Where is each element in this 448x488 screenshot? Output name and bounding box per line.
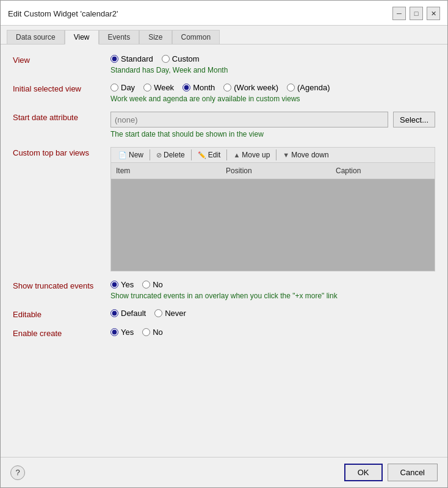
view-day-radio[interactable] [110,84,118,92]
initial-view-info: Work week and agenda are only available … [110,95,435,103]
editable-never-label: Never [165,309,186,318]
move-down-button[interactable]: ▼ Move down [278,149,333,160]
initial-view-row: Initial selected view Day Week Month [13,83,435,103]
edit-label: Edit [208,151,221,159]
editable-control: Default Never [110,309,435,318]
tab-events[interactable]: Events [99,30,140,45]
editable-radio-group: Default Never [110,309,435,318]
footer-right: OK Cancel [344,464,438,481]
view-control: Standard Custom Standard has Day, Week a… [110,54,435,74]
delete-button[interactable]: ⊘ Delete [151,149,190,160]
create-yes-label: Yes [121,328,134,337]
tab-view[interactable]: View [65,30,99,45]
view-standard-label: Standard [121,54,153,63]
cancel-button[interactable]: Cancel [388,464,438,481]
title-controls: ─ □ ✕ [392,7,440,20]
move-up-button[interactable]: ▲ Move up [228,149,275,160]
truncated-no-label: No [153,280,163,289]
truncated-control: Yes No Show truncated events in an overl… [110,280,435,300]
truncated-no-option[interactable]: No [142,280,163,289]
custom-top-bar-toolbar: 📄 New ⊘ Delete ✏️ Edit ▲ [110,147,435,162]
view-agenda-option[interactable]: (Agenda) [287,83,330,92]
editable-never-radio[interactable] [154,309,162,317]
content-area: View Standard Custom Standard has Day, W… [1,45,447,457]
enable-create-row: Enable create Yes No [13,328,435,338]
create-no-radio[interactable] [142,328,150,336]
move-down-label: Move down [291,151,328,159]
toolbar-sep-1 [150,149,150,160]
view-label: View [13,54,110,65]
delete-label: Delete [164,151,185,159]
view-standard-option[interactable]: Standard [110,54,153,63]
editable-never-option[interactable]: Never [154,309,186,318]
grid-body [111,179,435,271]
move-up-label: Move up [242,151,270,159]
minimize-button[interactable]: ─ [392,7,406,20]
view-standard-radio[interactable] [110,55,118,63]
tab-bar: Data source View Events Size Common [1,26,447,45]
close-button[interactable]: ✕ [427,7,440,20]
create-no-option[interactable]: No [142,328,163,337]
view-month-option[interactable]: Month [182,83,215,92]
view-custom-option[interactable]: Custom [162,54,200,63]
view-week-label: Week [154,83,174,92]
view-month-radio[interactable] [182,84,190,92]
tab-data-source[interactable]: Data source [7,30,65,45]
enable-create-label: Enable create [13,328,110,338]
enable-create-control: Yes No [110,328,435,337]
maximize-button[interactable]: □ [410,7,423,20]
view-week-radio[interactable] [143,84,151,92]
view-row: View Standard Custom Standard has Day, W… [13,54,435,74]
view-workweek-radio[interactable] [223,84,231,92]
truncated-label: Show truncated events [13,280,110,290]
initial-view-radio-group: Day Week Month (Work week) [110,83,435,92]
tab-common[interactable]: Common [172,30,220,45]
truncated-yes-option[interactable]: Yes [110,280,134,289]
truncated-no-radio[interactable] [142,281,150,289]
new-icon: 📄 [118,151,127,159]
dialog: Edit Custom Widget 'calendar2' ─ □ ✕ Dat… [0,0,448,488]
start-date-input[interactable] [110,112,388,127]
initial-view-control: Day Week Month (Work week) [110,83,435,103]
move-up-icon: ▲ [233,151,240,159]
editable-row: Editable Default Never [13,309,435,319]
editable-default-option[interactable]: Default [110,309,146,318]
view-day-label: Day [121,83,135,92]
view-month-label: Month [193,83,215,92]
truncated-row: Show truncated events Yes No Show trunca… [13,280,435,300]
view-agenda-label: (Agenda) [297,83,330,92]
edit-button[interactable]: ✏️ Edit [193,149,226,160]
editable-default-radio[interactable] [110,309,118,317]
start-date-control: Select... The start date that should be … [110,112,435,138]
enable-create-radio-group: Yes No [110,328,435,337]
tab-size[interactable]: Size [139,30,172,45]
create-no-label: No [153,328,163,337]
view-custom-radio[interactable] [162,55,170,63]
editable-default-label: Default [121,309,146,318]
col-position: Position [221,165,331,176]
view-agenda-radio[interactable] [287,84,295,92]
view-radio-group: Standard Custom [110,54,435,63]
select-button[interactable]: Select... [393,112,435,127]
custom-top-bar-control: 📄 New ⊘ Delete ✏️ Edit ▲ [110,147,435,271]
custom-top-bar-row: Custom top bar views 📄 New ⊘ Delete ✏ [13,147,435,271]
editable-label: Editable [13,309,110,319]
create-yes-option[interactable]: Yes [110,328,134,337]
new-label: New [129,151,143,159]
help-button[interactable]: ? [10,465,25,480]
new-button[interactable]: 📄 New [114,149,148,160]
start-date-label: Start date attribute [13,112,110,122]
view-custom-label: Custom [172,54,200,63]
create-yes-radio[interactable] [110,328,118,336]
ok-button[interactable]: OK [344,464,383,481]
view-info: Standard has Day, Week and Month [110,66,435,74]
dialog-title: Edit Custom Widget 'calendar2' [8,9,118,18]
truncated-yes-radio[interactable] [110,281,118,289]
view-day-option[interactable]: Day [110,83,135,92]
start-date-info: The start date that should be shown in t… [110,130,435,138]
grid-header: Item Position Caption [111,163,435,179]
view-workweek-option[interactable]: (Work week) [223,83,278,92]
col-item: Item [111,165,221,176]
move-down-icon: ▼ [283,151,289,159]
view-week-option[interactable]: Week [143,83,174,92]
